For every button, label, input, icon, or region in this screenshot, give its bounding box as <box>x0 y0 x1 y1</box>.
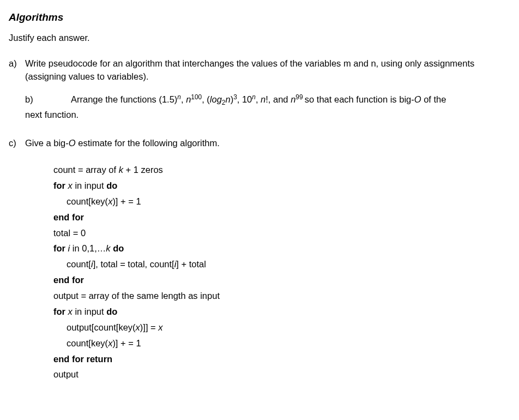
qb-c1: , <box>181 94 186 104</box>
code-line-8: end for <box>53 272 512 288</box>
qc-bigO: O <box>69 138 76 148</box>
intro-text: Justify each answer. <box>9 32 512 45</box>
qb-f2sup: 100 <box>191 93 202 101</box>
pseudocode-block: count = array of k + 1 zeros for x in in… <box>53 162 512 382</box>
qb-f3sup: 3 <box>233 93 237 101</box>
qb-f6base: n <box>291 94 295 104</box>
qb-sup1: n <box>177 93 181 101</box>
qb-c3: , 10 <box>237 94 252 104</box>
code-line-2: for x in input do <box>53 178 512 194</box>
code-line-10: for x in input do <box>53 304 512 320</box>
qb-log: log <box>210 94 222 104</box>
code-line-13: end for return <box>53 351 512 367</box>
qb-tail2: of the <box>424 94 446 104</box>
code-line-11: output[count[key(x)]] = x <box>53 320 512 335</box>
qb-f4sup: n <box>252 93 256 101</box>
label-a: a) <box>9 57 25 122</box>
qb-f6sup: 99 <box>295 93 305 101</box>
code-line-3: count[key(x)] + = 1 <box>53 194 512 209</box>
question-a: a) Write pseudocode for an algorithm tha… <box>9 57 512 122</box>
label-b: b) <box>25 93 41 106</box>
label-c: c) <box>9 137 25 382</box>
code-line-7: count[i], total = total, count[i] + tota… <box>53 256 512 272</box>
qb-tail: so that each function is big- <box>305 94 414 104</box>
code-line-1: count = array of k + 1 zeros <box>53 162 512 178</box>
code-line-6: for i in 0,1,…k do <box>53 241 512 256</box>
qb-f5: n <box>261 94 265 104</box>
qb-logn: n <box>225 94 230 104</box>
qc-post: estimate for the following algorithm. <box>76 138 220 148</box>
qb-bigO: O <box>414 94 424 104</box>
page-title: Algorithms <box>9 10 512 25</box>
qb-f5excl: !, and <box>265 94 291 104</box>
qb-c4: , <box>256 94 261 104</box>
qa-text: Write pseudocode for an algorithm that i… <box>25 58 474 81</box>
qc-pre: Give a big- <box>25 138 69 148</box>
qb-text-part: Arrange the functions (1.5) <box>71 94 177 104</box>
qb-f2base: n <box>186 94 191 104</box>
question-b: b) Arrange the functions (1.5)n, n100, (… <box>25 93 512 106</box>
qb-line2: next function. <box>25 109 512 122</box>
question-c: c) Give a big-O estimate for the followi… <box>9 137 512 382</box>
code-line-9: output = array of the same length as inp… <box>53 288 512 304</box>
code-line-12: count[key(x)] + = 1 <box>53 335 512 351</box>
code-line-14: output <box>53 367 512 382</box>
code-line-5: total = 0 <box>53 225 512 241</box>
code-line-4: end for <box>53 209 512 225</box>
qb-c2: , ( <box>202 94 210 104</box>
